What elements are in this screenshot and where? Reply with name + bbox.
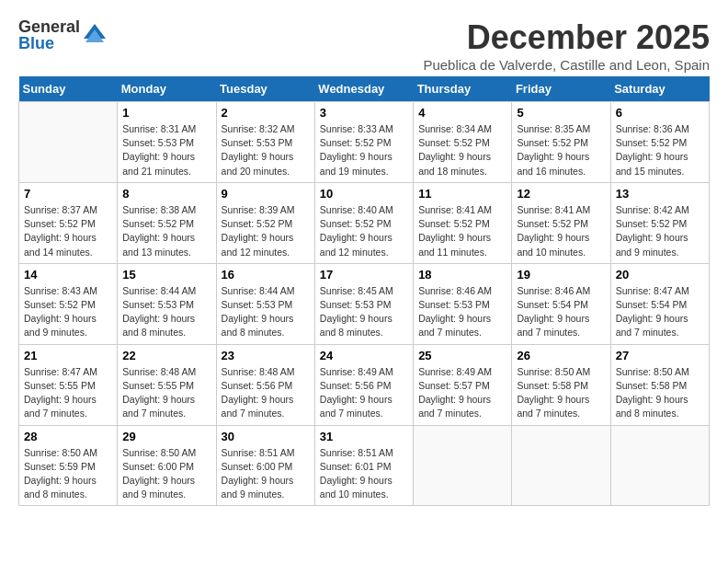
day-number: 19 xyxy=(517,268,605,282)
day-number: 24 xyxy=(320,349,408,362)
day-info: Sunrise: 8:48 AM Sunset: 5:55 PM Dayligh… xyxy=(122,365,210,421)
day-info: Sunrise: 8:47 AM Sunset: 5:55 PM Dayligh… xyxy=(24,365,112,421)
day-info: Sunrise: 8:51 AM Sunset: 6:01 PM Dayligh… xyxy=(320,446,408,502)
week-row-4: 21Sunrise: 8:47 AM Sunset: 5:55 PM Dayli… xyxy=(19,344,710,425)
day-number: 25 xyxy=(418,349,506,362)
calendar-cell xyxy=(19,102,118,183)
day-number: 7 xyxy=(24,187,112,201)
day-number: 23 xyxy=(222,349,310,362)
day-info: Sunrise: 8:40 AM Sunset: 5:52 PM Dayligh… xyxy=(320,203,408,259)
day-number: 27 xyxy=(616,349,704,362)
day-number: 29 xyxy=(122,430,210,443)
month-title: December 2025 xyxy=(423,18,710,57)
day-info: Sunrise: 8:35 AM Sunset: 5:52 PM Dayligh… xyxy=(517,122,605,178)
day-number: 16 xyxy=(222,268,310,282)
day-number: 3 xyxy=(320,106,408,120)
day-number: 21 xyxy=(24,349,112,362)
calendar-cell: 10Sunrise: 8:40 AM Sunset: 5:52 PM Dayli… xyxy=(314,182,413,263)
day-number: 31 xyxy=(320,430,408,443)
calendar-cell: 6Sunrise: 8:36 AM Sunset: 5:52 PM Daylig… xyxy=(610,102,709,183)
calendar-cell: 16Sunrise: 8:44 AM Sunset: 5:53 PM Dayli… xyxy=(216,263,314,344)
calendar-cell: 11Sunrise: 8:41 AM Sunset: 5:52 PM Dayli… xyxy=(414,182,512,263)
week-row-5: 28Sunrise: 8:50 AM Sunset: 5:59 PM Dayli… xyxy=(19,425,710,506)
day-info: Sunrise: 8:48 AM Sunset: 5:56 PM Dayligh… xyxy=(222,365,310,421)
day-number: 14 xyxy=(24,268,112,282)
day-info: Sunrise: 8:49 AM Sunset: 5:56 PM Dayligh… xyxy=(320,365,408,421)
day-number: 8 xyxy=(122,187,210,201)
calendar-cell: 25Sunrise: 8:49 AM Sunset: 5:57 PM Dayli… xyxy=(414,344,512,425)
calendar-cell: 29Sunrise: 8:50 AM Sunset: 6:00 PM Dayli… xyxy=(118,425,216,506)
day-number: 4 xyxy=(418,106,506,120)
day-number: 18 xyxy=(418,268,506,282)
calendar-cell: 28Sunrise: 8:50 AM Sunset: 5:59 PM Dayli… xyxy=(19,425,118,506)
calendar-cell: 5Sunrise: 8:35 AM Sunset: 5:52 PM Daylig… xyxy=(512,102,610,183)
week-row-2: 7Sunrise: 8:37 AM Sunset: 5:52 PM Daylig… xyxy=(19,182,710,263)
calendar-cell xyxy=(414,425,512,506)
calendar-cell: 3Sunrise: 8:33 AM Sunset: 5:52 PM Daylig… xyxy=(314,102,413,183)
calendar-cell: 22Sunrise: 8:48 AM Sunset: 5:55 PM Dayli… xyxy=(118,344,216,425)
page-header: General Blue December 2025 Pueblica de V… xyxy=(18,18,710,73)
header-sunday: Sunday xyxy=(19,76,118,102)
day-info: Sunrise: 8:44 AM Sunset: 5:53 PM Dayligh… xyxy=(222,284,310,340)
day-number: 13 xyxy=(616,187,704,201)
day-info: Sunrise: 8:45 AM Sunset: 5:53 PM Dayligh… xyxy=(320,284,408,340)
day-info: Sunrise: 8:44 AM Sunset: 5:53 PM Dayligh… xyxy=(122,284,210,340)
calendar-cell: 21Sunrise: 8:47 AM Sunset: 5:55 PM Dayli… xyxy=(19,344,118,425)
logo-blue: Blue xyxy=(18,35,80,52)
calendar-cell: 13Sunrise: 8:42 AM Sunset: 5:52 PM Dayli… xyxy=(610,182,709,263)
day-number: 5 xyxy=(517,106,605,120)
day-number: 28 xyxy=(24,430,112,443)
calendar-cell: 9Sunrise: 8:39 AM Sunset: 5:52 PM Daylig… xyxy=(216,182,314,263)
location-subtitle: Pueblica de Valverde, Castille and Leon,… xyxy=(423,57,710,73)
calendar-cell: 23Sunrise: 8:48 AM Sunset: 5:56 PM Dayli… xyxy=(216,344,314,425)
calendar-cell: 24Sunrise: 8:49 AM Sunset: 5:56 PM Dayli… xyxy=(314,344,413,425)
calendar-cell: 19Sunrise: 8:46 AM Sunset: 5:54 PM Dayli… xyxy=(512,263,610,344)
title-section: December 2025 Pueblica de Valverde, Cast… xyxy=(423,18,710,73)
calendar-cell: 4Sunrise: 8:34 AM Sunset: 5:52 PM Daylig… xyxy=(414,102,512,183)
day-number: 22 xyxy=(122,349,210,362)
logo: General Blue xyxy=(18,18,108,52)
day-number: 15 xyxy=(122,268,210,282)
calendar-cell: 14Sunrise: 8:43 AM Sunset: 5:52 PM Dayli… xyxy=(19,263,118,344)
calendar-table: SundayMondayTuesdayWednesdayThursdayFrid… xyxy=(18,76,710,506)
calendar-cell xyxy=(610,425,709,506)
day-number: 11 xyxy=(418,187,506,201)
calendar-cell: 15Sunrise: 8:44 AM Sunset: 5:53 PM Dayli… xyxy=(118,263,216,344)
day-info: Sunrise: 8:42 AM Sunset: 5:52 PM Dayligh… xyxy=(616,203,704,259)
calendar-cell xyxy=(512,425,610,506)
day-number: 12 xyxy=(517,187,605,201)
day-number: 6 xyxy=(616,106,704,120)
day-info: Sunrise: 8:43 AM Sunset: 5:52 PM Dayligh… xyxy=(24,284,112,340)
calendar-cell: 30Sunrise: 8:51 AM Sunset: 6:00 PM Dayli… xyxy=(216,425,314,506)
day-info: Sunrise: 8:50 AM Sunset: 5:58 PM Dayligh… xyxy=(517,365,605,421)
calendar-header-row: SundayMondayTuesdayWednesdayThursdayFrid… xyxy=(19,76,710,102)
header-tuesday: Tuesday xyxy=(216,76,314,102)
day-info: Sunrise: 8:47 AM Sunset: 5:54 PM Dayligh… xyxy=(616,284,704,340)
day-number: 20 xyxy=(616,268,704,282)
calendar-cell: 26Sunrise: 8:50 AM Sunset: 5:58 PM Dayli… xyxy=(512,344,610,425)
logo-icon xyxy=(82,22,108,48)
day-info: Sunrise: 8:33 AM Sunset: 5:52 PM Dayligh… xyxy=(320,122,408,178)
day-info: Sunrise: 8:41 AM Sunset: 5:52 PM Dayligh… xyxy=(517,203,605,259)
day-number: 2 xyxy=(222,106,310,120)
day-info: Sunrise: 8:38 AM Sunset: 5:52 PM Dayligh… xyxy=(122,203,210,259)
calendar-cell: 12Sunrise: 8:41 AM Sunset: 5:52 PM Dayli… xyxy=(512,182,610,263)
header-thursday: Thursday xyxy=(414,76,512,102)
day-info: Sunrise: 8:32 AM Sunset: 5:53 PM Dayligh… xyxy=(222,122,310,178)
day-number: 1 xyxy=(122,106,210,120)
day-info: Sunrise: 8:50 AM Sunset: 5:58 PM Dayligh… xyxy=(616,365,704,421)
calendar-cell: 20Sunrise: 8:47 AM Sunset: 5:54 PM Dayli… xyxy=(610,263,709,344)
day-number: 9 xyxy=(222,187,310,201)
day-number: 17 xyxy=(320,268,408,282)
calendar-cell: 31Sunrise: 8:51 AM Sunset: 6:01 PM Dayli… xyxy=(314,425,413,506)
header-friday: Friday xyxy=(512,76,610,102)
calendar-cell: 27Sunrise: 8:50 AM Sunset: 5:58 PM Dayli… xyxy=(610,344,709,425)
calendar-cell: 1Sunrise: 8:31 AM Sunset: 5:53 PM Daylig… xyxy=(118,102,216,183)
day-info: Sunrise: 8:41 AM Sunset: 5:52 PM Dayligh… xyxy=(418,203,506,259)
day-number: 10 xyxy=(320,187,408,201)
day-info: Sunrise: 8:50 AM Sunset: 5:59 PM Dayligh… xyxy=(24,446,112,502)
day-info: Sunrise: 8:46 AM Sunset: 5:53 PM Dayligh… xyxy=(418,284,506,340)
day-info: Sunrise: 8:51 AM Sunset: 6:00 PM Dayligh… xyxy=(222,446,310,502)
day-info: Sunrise: 8:49 AM Sunset: 5:57 PM Dayligh… xyxy=(418,365,506,421)
day-info: Sunrise: 8:36 AM Sunset: 5:52 PM Dayligh… xyxy=(616,122,704,178)
